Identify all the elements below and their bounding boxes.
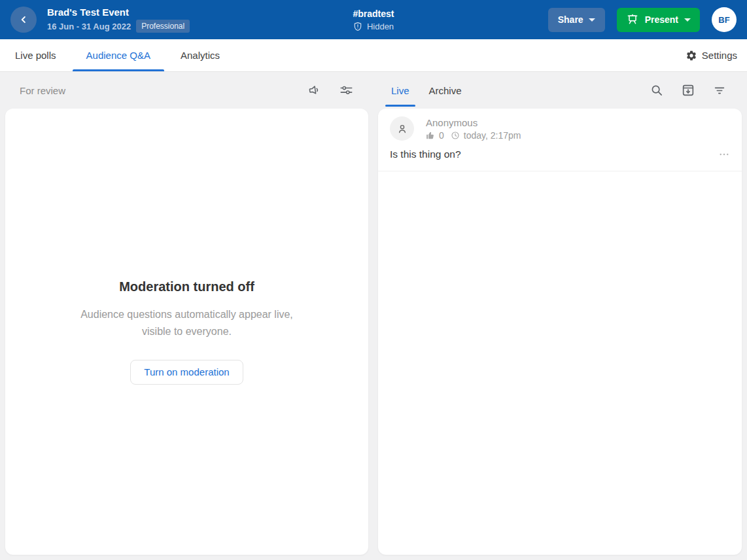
questions-panel: Anonymous 0 today, 2:17pm xyxy=(378,109,742,555)
tab-analytics[interactable]: Analytics xyxy=(165,39,235,71)
present-button[interactable]: Present xyxy=(617,8,700,32)
for-review-column: For review Moderation turned off Audienc… xyxy=(5,72,368,555)
for-review-panel: Moderation turned off Audience questions… xyxy=(5,109,368,555)
qa-content: For review Moderation turned off Audienc… xyxy=(0,72,747,560)
questions-header: Live Archive xyxy=(378,72,742,109)
visibility-status: Hidden xyxy=(353,22,394,31)
tab-audience-qa[interactable]: Audience Q&A xyxy=(71,39,165,71)
person-icon xyxy=(396,122,409,135)
settings-button[interactable]: Settings xyxy=(676,39,747,71)
gear-icon xyxy=(686,50,697,61)
visibility-label: Hidden xyxy=(367,22,394,31)
present-button-label: Present xyxy=(645,14,678,25)
main-tabbar: Live polls Audience Q&A Analytics Settin… xyxy=(0,39,747,72)
question-text: Is this thing on? xyxy=(390,149,461,160)
event-code-block: #bradtest Hidden xyxy=(353,9,394,31)
archive-box-icon xyxy=(681,83,695,97)
questions-column: Live Archive xyxy=(378,72,742,555)
tab-live-polls[interactable]: Live polls xyxy=(0,39,71,71)
event-subtitle: 16 Jun - 31 Aug 2022 Professional xyxy=(47,20,190,33)
subtab-live[interactable]: Live xyxy=(385,72,415,109)
question-more-button[interactable] xyxy=(718,149,730,160)
subtab-archive[interactable]: Archive xyxy=(423,72,468,109)
sliders-icon xyxy=(339,83,353,97)
settings-label: Settings xyxy=(702,50,737,61)
event-dates: 16 Jun - 31 Aug 2022 xyxy=(47,22,131,31)
event-code: #bradtest xyxy=(353,9,394,19)
caret-down-icon xyxy=(589,18,595,22)
event-header-left: Brad's Test Event 16 Jun - 31 Aug 2022 P… xyxy=(10,7,190,33)
event-header: Brad's Test Event 16 Jun - 31 Aug 2022 P… xyxy=(0,0,747,39)
question-head: Anonymous 0 today, 2:17pm xyxy=(390,116,730,141)
question-author-block: Anonymous 0 today, 2:17pm xyxy=(426,117,521,141)
event-title: Brad's Test Event xyxy=(47,7,190,18)
for-review-label: For review xyxy=(5,85,65,96)
event-header-right: Share Present BF xyxy=(548,7,737,32)
back-button[interactable] xyxy=(10,7,37,33)
anonymous-avatar xyxy=(390,116,414,141)
presentation-screen-icon xyxy=(626,13,639,26)
thumbs-up-icon xyxy=(426,131,435,140)
for-review-header: For review xyxy=(5,72,368,109)
app-window: Brad's Test Event 16 Jun - 31 Aug 2022 P… xyxy=(0,0,747,560)
moderation-description: Audience questions automatically appear … xyxy=(66,306,308,340)
chevron-left-icon xyxy=(18,14,29,26)
plan-badge: Professional xyxy=(136,20,190,33)
ellipsis-icon xyxy=(718,149,730,160)
moderation-empty-state: Moderation turned off Audience questions… xyxy=(66,279,308,385)
announce-button[interactable] xyxy=(302,77,328,103)
question-author: Anonymous xyxy=(426,117,521,128)
like-count: 0 xyxy=(439,130,444,141)
archive-all-button[interactable] xyxy=(675,77,701,103)
turn-on-moderation-button[interactable]: Turn on moderation xyxy=(130,360,243,385)
question-body: Is this thing on? xyxy=(390,149,730,160)
moderation-title: Moderation turned off xyxy=(66,279,308,294)
question-meta: 0 today, 2:17pm xyxy=(426,130,521,141)
search-button[interactable] xyxy=(644,77,670,103)
event-meta: Brad's Test Event 16 Jun - 31 Aug 2022 P… xyxy=(47,7,190,33)
user-avatar[interactable]: BF xyxy=(712,7,737,32)
question-timestamp: today, 2:17pm xyxy=(464,130,521,141)
caret-down-icon xyxy=(684,18,691,22)
share-button-label: Share xyxy=(558,14,583,25)
filter-icon xyxy=(712,83,727,97)
search-icon xyxy=(650,83,664,97)
filter-button[interactable] xyxy=(706,77,733,103)
megaphone-icon xyxy=(307,83,322,97)
shield-exclamation-icon xyxy=(353,22,363,31)
qa-settings-button[interactable] xyxy=(333,77,359,103)
share-button[interactable]: Share xyxy=(548,8,605,32)
question-item[interactable]: Anonymous 0 today, 2:17pm xyxy=(378,109,742,171)
clock-icon xyxy=(451,131,460,140)
